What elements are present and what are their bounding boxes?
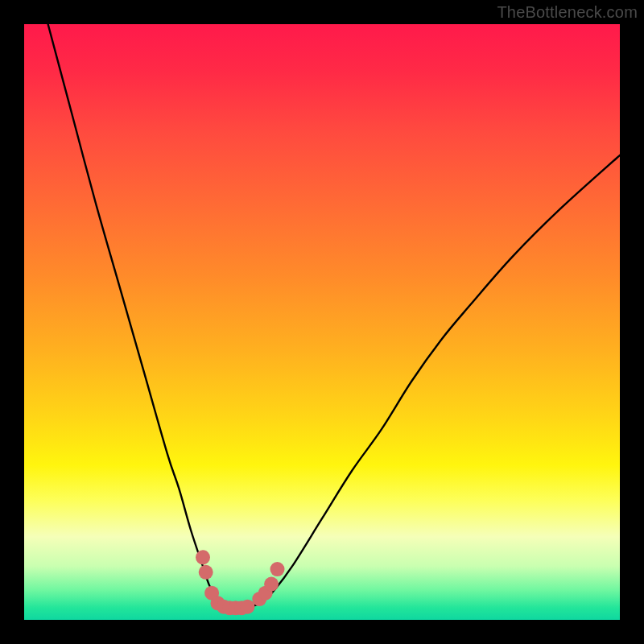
marker-dot (264, 577, 279, 592)
watermark-text: TheBottleneck.com (497, 3, 638, 22)
curve-layer (24, 24, 620, 620)
plot-area (24, 24, 620, 620)
chart-container: TheBottleneck.com (0, 0, 644, 644)
marker-dot (241, 600, 255, 614)
curve-left-branch (48, 24, 227, 608)
marker-dot (199, 565, 213, 580)
marker-dot (270, 562, 285, 576)
bottleneck-curve (48, 24, 620, 608)
curve-right-branch (245, 155, 620, 608)
marker-dot (196, 550, 210, 564)
